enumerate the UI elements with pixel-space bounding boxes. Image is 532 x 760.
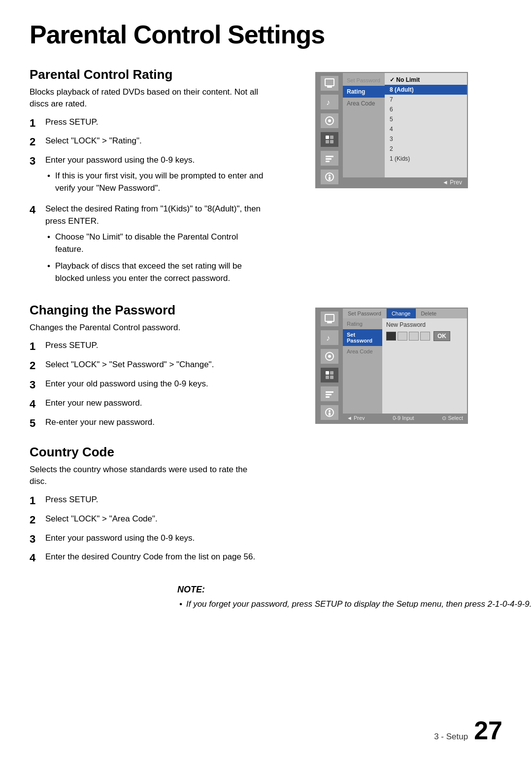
- svg-rect-21: [330, 371, 333, 375]
- svg-rect-8: [330, 140, 333, 143]
- ui-footer-1: ◄ Prev: [343, 177, 467, 187]
- bullet-item: If this is your first visit, you will be…: [45, 170, 266, 195]
- step-num: 2: [30, 513, 43, 528]
- step-text: Enter your password using the 0-9 keys.: [45, 532, 266, 545]
- menu-label-areacode-2: Area Code: [343, 346, 382, 357]
- svg-rect-5: [326, 136, 329, 139]
- bullet-item: Choose "No Limit" to disable the Parenta…: [45, 231, 266, 256]
- step-3-1: 1 Press SETUP.: [30, 493, 266, 509]
- step-num: 4: [30, 203, 43, 218]
- step-2-5: 5 Re-enter your new password.: [30, 416, 266, 431]
- step-num: 3: [30, 532, 43, 547]
- step-2-3: 3 Enter your old password using the 0-9 …: [30, 378, 266, 393]
- step-num: 1: [30, 116, 43, 131]
- section1-intro: Blocks playback of rated DVDs based on t…: [30, 86, 266, 110]
- ui-menu-labels-2: Rating Set Password Area Code: [343, 318, 382, 414]
- pass-char-1: [386, 332, 396, 341]
- tab-setpassword: Set Password: [343, 309, 387, 318]
- footer-input: 0-9 Input: [393, 415, 414, 421]
- footer-select: ⊙ Select: [442, 415, 463, 421]
- pass-char-2: [398, 332, 407, 341]
- svg-rect-14: [329, 177, 331, 180]
- ui-icon-1: [321, 76, 338, 91]
- step-2-2: 2 Select "LOCK" > "Set Password" > "Chan…: [30, 358, 266, 374]
- menu-label-rating: Rating: [343, 86, 385, 98]
- note-bullets: If you forget your password, press SETUP…: [177, 598, 532, 611]
- step-num: 3: [30, 378, 43, 393]
- option-8adult: 8 (Adult): [385, 85, 467, 95]
- step-num: 4: [30, 397, 43, 412]
- section3-block: Country Code Selects the country whose s…: [30, 445, 502, 570]
- svg-rect-26: [326, 396, 330, 398]
- step-3-4: 4 Enter the desired Country Code from th…: [30, 551, 266, 566]
- section1-title: Parental Control Rating: [30, 67, 266, 82]
- step-1-4: 4 Select the desired Rating from "1(Kids…: [30, 203, 266, 289]
- ui-icon-2-3: [321, 349, 338, 364]
- option-7: 7: [385, 95, 467, 104]
- section1-steps: 1 Press SETUP. 2 Select "LOCK" > "Rating…: [30, 116, 266, 289]
- step-3-3: 3 Enter your password using the 0-9 keys…: [30, 532, 266, 547]
- step-num: 1: [30, 339, 43, 354]
- step-1-3-bullets: If this is your first visit, you will be…: [45, 170, 266, 195]
- ui-menu-labels: Set Password Rating Area Code: [343, 73, 385, 177]
- ui-icon-2-2: ♪: [321, 330, 338, 345]
- new-password-label: New Password: [386, 321, 463, 328]
- menu-label-setpassword: Set Password: [343, 75, 385, 86]
- svg-rect-11: [326, 161, 330, 162]
- ui-icon-4-active: [321, 132, 338, 147]
- password-ui-screenshot: ♪: [315, 308, 468, 424]
- step-1-4-bullets: Choose "No Limit" to disable the Parenta…: [45, 231, 266, 285]
- ui-mockup-password: ♪: [281, 303, 502, 435]
- svg-point-28: [329, 410, 331, 412]
- pass-char-3: [409, 332, 419, 341]
- option-6: 6: [385, 104, 467, 114]
- ui-tabs-row: Set Password Change Delete: [343, 309, 467, 318]
- option-2: 2: [385, 144, 467, 154]
- svg-rect-29: [329, 413, 331, 415]
- step-text: Select "LOCK" > "Area Code".: [45, 513, 266, 525]
- svg-point-4: [328, 119, 331, 122]
- section2-block: Changing the Password Changes the Parent…: [30, 303, 502, 435]
- svg-rect-20: [326, 371, 329, 375]
- note-bullet: If you forget your password, press SETUP…: [177, 598, 532, 611]
- option-5: 5: [385, 114, 467, 124]
- step-text: Select "LOCK" > "Rating".: [45, 135, 266, 147]
- footer-prev: ◄ Prev: [347, 415, 365, 421]
- svg-rect-22: [326, 376, 329, 379]
- step-text: Press SETUP.: [45, 339, 266, 352]
- svg-text:♪: ♪: [326, 334, 330, 342]
- note-label: NOTE:: [177, 585, 532, 595]
- bullet-item: Playback of discs that exceed the set ra…: [45, 260, 266, 285]
- option-1kids: 1 (Kids): [385, 154, 467, 164]
- step-text: Enter the desired Country Code from the …: [45, 551, 266, 563]
- svg-rect-25: [326, 394, 332, 395]
- ui-icon-2-4-active: [321, 368, 338, 382]
- ui-icon-6: [321, 170, 338, 184]
- step-text: Enter your password using the 0-9 keys.: [45, 155, 195, 165]
- ui-icon-2-5: [321, 386, 338, 401]
- option-nolimit: ✓ No Limit: [385, 75, 467, 85]
- section1-content: Parental Control Rating Blocks playback …: [30, 67, 266, 293]
- ui-menu-content: Rating Set Password Area Code New Passwo…: [343, 318, 467, 414]
- menu-label-areacode: Area Code: [343, 98, 385, 109]
- step-3-2: 2 Select "LOCK" > "Area Code".: [30, 513, 266, 528]
- svg-text:♪: ♪: [326, 98, 330, 106]
- section3-ui-placeholder: [281, 445, 502, 570]
- step-num: 5: [30, 416, 43, 431]
- ui-mockup-rating: ♪: [281, 67, 502, 293]
- pass-char-4: [420, 332, 430, 341]
- section3-steps: 1 Press SETUP. 2 Select "LOCK" > "Area C…: [30, 493, 266, 566]
- svg-rect-10: [326, 158, 332, 160]
- ok-button[interactable]: OK: [433, 331, 450, 341]
- section2-content: Changing the Password Changes the Parent…: [30, 303, 266, 435]
- svg-rect-9: [326, 156, 333, 157]
- option-4: 4: [385, 124, 467, 134]
- svg-rect-16: [327, 322, 332, 323]
- svg-rect-23: [330, 376, 333, 379]
- step-text: Press SETUP.: [45, 116, 266, 129]
- step-1-1: 1 Press SETUP.: [30, 116, 266, 131]
- ui-icon-2: ♪: [321, 95, 338, 109]
- footer-page-number: 27: [474, 716, 502, 745]
- section2-title: Changing the Password: [30, 303, 266, 318]
- option-3: 3: [385, 134, 467, 144]
